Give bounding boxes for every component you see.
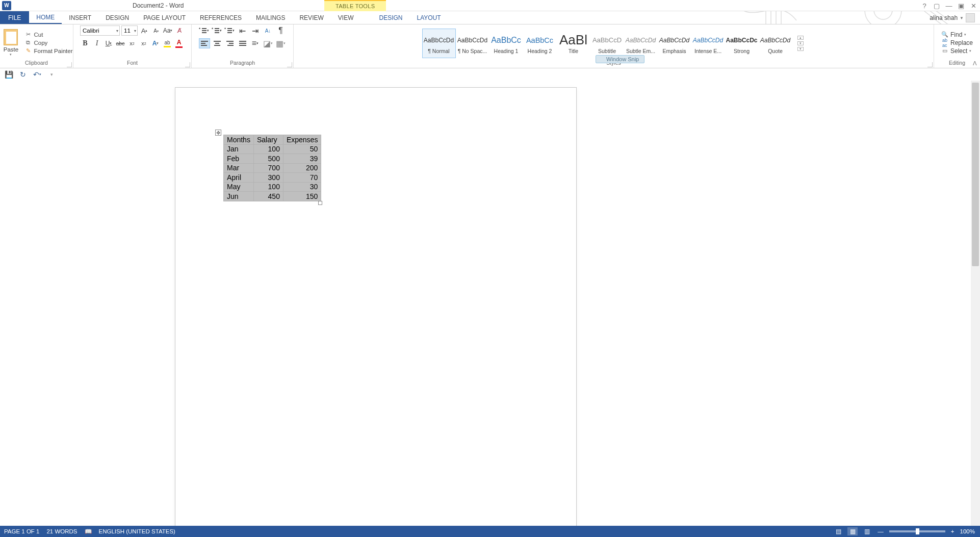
zoom-slider-knob[interactable] [916, 528, 919, 534]
tab-page-layout[interactable]: PAGE LAYOUT [136, 11, 193, 24]
table-cell[interactable]: Feb [224, 154, 254, 164]
collapse-ribbon-button[interactable]: ᐱ [973, 60, 977, 67]
increase-indent-button[interactable]: ⇥ [250, 25, 261, 36]
paste-button[interactable]: Paste ▾ [0, 28, 21, 58]
underline-button[interactable]: U▾ [104, 38, 114, 48]
numbering-button[interactable]: ▾ [212, 25, 223, 36]
zoom-level[interactable]: 100% [960, 528, 975, 534]
table-row[interactable]: April30070 [224, 173, 321, 183]
style-item[interactable]: AaBbCcDdSubtle Em... [624, 29, 658, 58]
find-button[interactable]: 🔍Find▾ [941, 31, 973, 38]
shading-button[interactable]: ◪▾ [263, 38, 274, 48]
style-item[interactable]: AaBbCcDdEmphasis [658, 29, 691, 58]
multilevel-list-button[interactable]: ▾ [224, 25, 236, 36]
tab-home[interactable]: HOME [29, 11, 62, 24]
grow-font-button[interactable]: A▴ [139, 25, 149, 36]
tab-view[interactable]: VIEW [331, 11, 361, 24]
table-cell[interactable]: 39 [283, 154, 321, 164]
style-item[interactable]: AaBbCcDcStrong [725, 29, 759, 58]
font-name-combo[interactable]: Calibri▾ [80, 25, 120, 36]
font-size-combo[interactable]: 11▾ [121, 25, 138, 36]
font-color-button[interactable]: A [174, 38, 184, 48]
style-item[interactable]: AaBlTitle [557, 29, 590, 58]
bullets-button[interactable]: ▾ [199, 25, 210, 36]
table-header-cell[interactable]: Expenses [283, 135, 321, 145]
table-cell[interactable]: 100 [253, 144, 283, 154]
line-spacing-button[interactable]: ≡▾ [250, 38, 261, 48]
page-indicator[interactable]: PAGE 1 OF 1 [4, 528, 39, 534]
tab-table-layout[interactable]: LAYOUT [409, 11, 448, 24]
word-count[interactable]: 21 WORDS [46, 528, 77, 534]
customize-qat-button[interactable]: ▾ [47, 70, 56, 79]
align-left-button[interactable] [199, 38, 210, 48]
table-row[interactable]: Feb50039 [224, 154, 321, 164]
paragraph-dialog-launcher[interactable] [287, 62, 292, 67]
gallery-down-button[interactable]: ▾ [797, 41, 804, 45]
style-item[interactable]: AaBbCcDdIntense E... [691, 29, 725, 58]
text-effects-button[interactable]: A▾ [150, 38, 161, 48]
strikethrough-button[interactable]: abc [115, 38, 125, 48]
font-dialog-launcher[interactable] [185, 62, 190, 67]
table-cell[interactable]: 450 [253, 192, 283, 201]
table-cell[interactable]: Jun [224, 192, 254, 201]
table-cell[interactable]: 200 [283, 163, 321, 173]
scrollbar-thumb[interactable] [972, 83, 979, 266]
help-icon[interactable]: ? [920, 1, 929, 10]
save-button[interactable]: 💾 [4, 70, 13, 79]
document-area[interactable]: ✥ Months Salary Expenses Jan10050Feb5003… [0, 81, 971, 526]
change-case-button[interactable]: Aa▾ [163, 25, 173, 36]
table-move-handle-icon[interactable]: ✥ [215, 130, 221, 136]
zoom-slider[interactable] [889, 530, 945, 532]
tab-review[interactable]: REVIEW [292, 11, 330, 24]
copy-button[interactable]: ⧉Copy [24, 39, 72, 46]
align-right-button[interactable] [224, 38, 236, 48]
table-resize-handle-icon[interactable] [318, 201, 322, 205]
spell-check-icon[interactable]: 📖 [85, 528, 92, 535]
highlight-button[interactable]: ab [162, 38, 172, 48]
table-cell[interactable]: 700 [253, 163, 283, 173]
table-cell[interactable]: 30 [283, 182, 321, 192]
vertical-scrollbar[interactable] [971, 81, 980, 526]
subscript-button[interactable]: x2 [127, 38, 137, 48]
minimize-icon[interactable]: — [944, 1, 953, 10]
table-cell[interactable]: Mar [224, 163, 254, 173]
language-indicator[interactable]: ENGLISH (UNITED STATES) [99, 528, 175, 534]
bold-button[interactable]: B [80, 38, 90, 48]
close-icon[interactable]: ✕ [969, 1, 978, 10]
clear-formatting-button[interactable]: A̸ [174, 25, 185, 36]
tab-file[interactable]: FILE [0, 11, 29, 24]
zoom-in-button[interactable]: + [949, 528, 956, 534]
table-header-cell[interactable]: Salary [253, 135, 283, 145]
sort-button[interactable]: A↓ [263, 25, 274, 36]
table-row[interactable]: Jun450150 [224, 192, 321, 201]
style-item[interactable]: AaBbCcDdQuote [759, 29, 792, 58]
table-cell[interactable]: 70 [283, 173, 321, 183]
gallery-more-button[interactable]: ▾ [797, 47, 804, 51]
borders-button[interactable]: ▦▾ [275, 38, 287, 48]
user-account[interactable]: alina shah ▼ [930, 11, 975, 24]
table-row[interactable]: Mar700200 [224, 163, 321, 173]
maximize-icon[interactable]: ▣ [957, 1, 966, 10]
style-item[interactable]: AaBbCcDd¶ Normal [422, 29, 456, 58]
table-row[interactable]: May10030 [224, 182, 321, 192]
table-header-row[interactable]: Months Salary Expenses [224, 135, 321, 145]
style-item[interactable]: AaBbCcDd¶ No Spac... [456, 29, 489, 58]
table-header-cell[interactable]: Months [224, 135, 254, 145]
page[interactable]: ✥ Months Salary Expenses Jan10050Feb5003… [175, 88, 576, 526]
tab-mailings[interactable]: MAILINGS [249, 11, 292, 24]
replace-button[interactable]: abacReplace [941, 39, 973, 46]
repeat-button[interactable]: ↻ [18, 70, 28, 79]
tab-table-design[interactable]: DESIGN [372, 11, 409, 24]
read-mode-button[interactable]: ▤ [833, 527, 843, 535]
table-row[interactable]: Jan10050 [224, 144, 321, 154]
style-item[interactable]: AaBbCcHeading 2 [523, 29, 557, 58]
table-cell[interactable]: 300 [253, 173, 283, 183]
tab-insert[interactable]: INSERT [62, 11, 98, 24]
decrease-indent-button[interactable]: ⇤ [237, 25, 248, 36]
undo-button[interactable]: ↶▾ [33, 70, 42, 79]
cut-button[interactable]: ✂Cut [24, 31, 72, 38]
table-cell[interactable]: 500 [253, 154, 283, 164]
web-layout-button[interactable]: ▥ [862, 527, 872, 535]
style-item[interactable]: AaBbCcDSubtitle [590, 29, 624, 58]
gallery-up-button[interactable]: ▴ [797, 36, 804, 40]
